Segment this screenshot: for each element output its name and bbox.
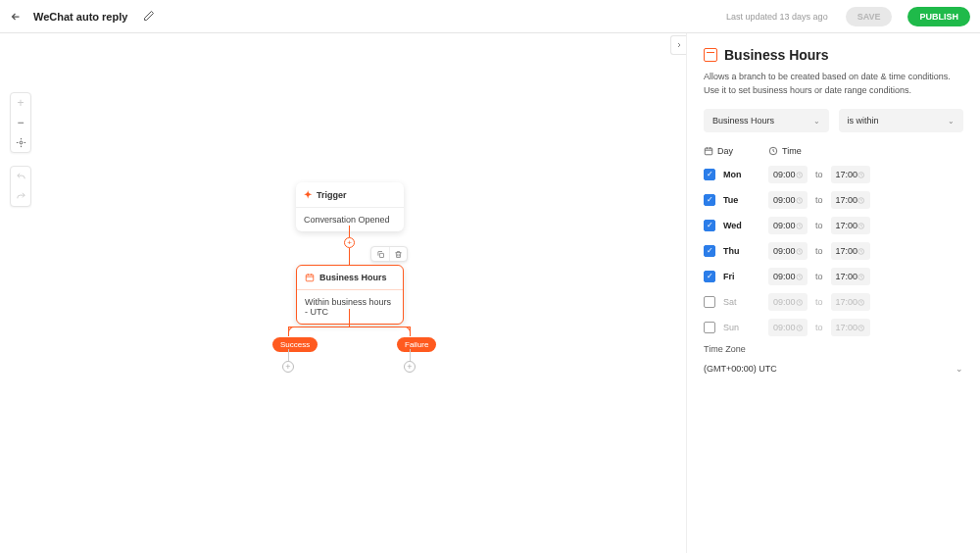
connector bbox=[288, 327, 289, 336]
chevron-down-icon: ⌄ bbox=[813, 117, 820, 126]
day-row: Mon09:00to17:00 bbox=[704, 166, 963, 183]
trigger-node-title: Trigger bbox=[317, 190, 347, 200]
condition-type-value: Business Hours bbox=[712, 116, 774, 126]
connector bbox=[410, 349, 411, 361]
svg-rect-1 bbox=[379, 253, 383, 257]
to-label: to bbox=[815, 170, 823, 179]
clock-icon bbox=[768, 146, 778, 156]
branch-failure-pill[interactable]: Failure bbox=[397, 337, 436, 352]
time-from-input[interactable]: 09:00 bbox=[768, 242, 808, 260]
calendar-icon bbox=[704, 48, 717, 62]
day-row: Sat09:00to17:00 bbox=[704, 293, 963, 311]
day-name: Mon bbox=[723, 170, 768, 179]
day-name: Fri bbox=[723, 272, 768, 281]
to-label: to bbox=[815, 323, 823, 332]
add-failure-step-button[interactable]: + bbox=[404, 361, 416, 373]
workflow-title: WeChat auto reply bbox=[33, 11, 127, 23]
time-column-header: Time bbox=[768, 146, 802, 156]
day-column-header: Day bbox=[704, 146, 768, 156]
time-to-input[interactable]: 17:00 bbox=[831, 166, 870, 183]
time-from-input[interactable]: 09:00 bbox=[768, 191, 808, 209]
days-list: Mon09:00to17:00Tue09:00to17:00Wed09:00to… bbox=[704, 166, 963, 336]
workflow-canvas[interactable]: + − ✦ Trigger Conversation Opened + bbox=[0, 33, 686, 553]
time-to-input[interactable]: 17:00 bbox=[831, 268, 870, 285]
collapse-panel-button[interactable] bbox=[670, 35, 686, 55]
day-name: Wed bbox=[723, 221, 768, 230]
time-from-input[interactable]: 09:00 bbox=[768, 268, 808, 285]
day-row: Sun09:00to17:00 bbox=[704, 319, 963, 336]
edit-title-button[interactable] bbox=[143, 10, 157, 24]
add-success-step-button[interactable]: + bbox=[282, 361, 294, 373]
day-row: Fri09:00to17:00 bbox=[704, 268, 963, 285]
to-label: to bbox=[815, 246, 823, 256]
connector bbox=[349, 309, 350, 327]
time-from-input[interactable]: 09:00 bbox=[768, 166, 808, 183]
time-from-input: 09:00 bbox=[768, 293, 808, 311]
copy-node-button[interactable] bbox=[371, 247, 389, 261]
day-time-headers: Day Time bbox=[704, 146, 963, 156]
time-from-input: 09:00 bbox=[768, 319, 808, 336]
panel-title-text: Business Hours bbox=[724, 47, 829, 63]
day-row: Wed09:00to17:00 bbox=[704, 217, 963, 234]
trigger-icon: ✦ bbox=[304, 189, 312, 200]
undo-button[interactable] bbox=[11, 167, 30, 186]
day-name: Sun bbox=[723, 323, 768, 332]
back-button[interactable] bbox=[8, 9, 24, 25]
business-hours-node[interactable]: Business Hours Within business hours - U… bbox=[296, 265, 404, 325]
redo-button[interactable] bbox=[11, 186, 30, 206]
condition-type-select[interactable]: Business Hours ⌄ bbox=[704, 109, 829, 132]
to-label: to bbox=[815, 221, 823, 230]
condition-operator-value: is within bbox=[848, 116, 879, 126]
day-checkbox[interactable] bbox=[704, 169, 715, 180]
node-actions bbox=[370, 246, 408, 262]
panel-title: Business Hours bbox=[704, 47, 963, 63]
trigger-node[interactable]: ✦ Trigger Conversation Opened bbox=[296, 182, 404, 231]
svg-rect-2 bbox=[306, 275, 314, 281]
calendar-icon bbox=[305, 273, 315, 282]
day-row: Thu09:00to17:00 bbox=[704, 242, 963, 260]
business-hours-node-header: Business Hours bbox=[297, 266, 403, 289]
day-name: Sat bbox=[723, 297, 768, 307]
fit-view-button[interactable] bbox=[11, 132, 30, 152]
trigger-node-header: ✦ Trigger bbox=[296, 182, 404, 207]
app-header: WeChat auto reply Last updated 13 days a… bbox=[0, 0, 980, 33]
publish-button[interactable]: PUBLISH bbox=[907, 7, 970, 26]
panel-description: Allows a branch to be created based on d… bbox=[704, 71, 963, 97]
day-checkbox[interactable] bbox=[704, 194, 715, 206]
timezone-value: (GMT+00:00) UTC bbox=[704, 364, 777, 374]
zoom-in-button[interactable]: + bbox=[11, 93, 30, 113]
time-to-input: 17:00 bbox=[831, 319, 870, 336]
time-to-input[interactable]: 17:00 bbox=[831, 217, 870, 234]
chevron-down-icon: ⌄ bbox=[948, 117, 955, 126]
day-checkbox[interactable] bbox=[704, 271, 715, 282]
timezone-label: Time Zone bbox=[704, 344, 963, 354]
time-to-input[interactable]: 17:00 bbox=[831, 191, 870, 209]
to-label: to bbox=[815, 272, 823, 281]
chevron-down-icon: ⌄ bbox=[956, 364, 963, 374]
business-hours-node-body: Within business hours - UTC bbox=[297, 289, 403, 324]
business-hours-node-title: Business Hours bbox=[319, 273, 387, 282]
day-checkbox[interactable] bbox=[704, 296, 715, 308]
day-checkbox[interactable] bbox=[704, 220, 715, 231]
connector bbox=[288, 349, 289, 361]
last-updated-text: Last updated 13 days ago bbox=[726, 12, 828, 22]
delete-node-button[interactable] bbox=[389, 247, 407, 261]
zoom-out-button[interactable]: − bbox=[11, 113, 30, 132]
connector bbox=[349, 248, 350, 265]
time-to-input: 17:00 bbox=[831, 293, 870, 311]
calendar-icon bbox=[704, 146, 713, 156]
history-toolbar bbox=[10, 166, 31, 207]
condition-operator-select[interactable]: is within ⌄ bbox=[839, 109, 964, 132]
day-name: Thu bbox=[723, 246, 768, 256]
save-button[interactable]: SAVE bbox=[846, 7, 893, 26]
day-row: Tue09:00to17:00 bbox=[704, 191, 963, 209]
time-to-input[interactable]: 17:00 bbox=[831, 242, 870, 260]
branch-success-pill[interactable]: Success bbox=[272, 337, 318, 352]
svg-point-0 bbox=[20, 141, 23, 144]
day-checkbox[interactable] bbox=[704, 322, 715, 333]
timezone-select[interactable]: (GMT+00:00) UTC ⌄ bbox=[704, 360, 963, 377]
time-from-input[interactable]: 09:00 bbox=[768, 217, 808, 234]
day-checkbox[interactable] bbox=[704, 245, 715, 257]
add-step-button[interactable]: + bbox=[344, 237, 355, 248]
svg-rect-3 bbox=[705, 148, 712, 155]
